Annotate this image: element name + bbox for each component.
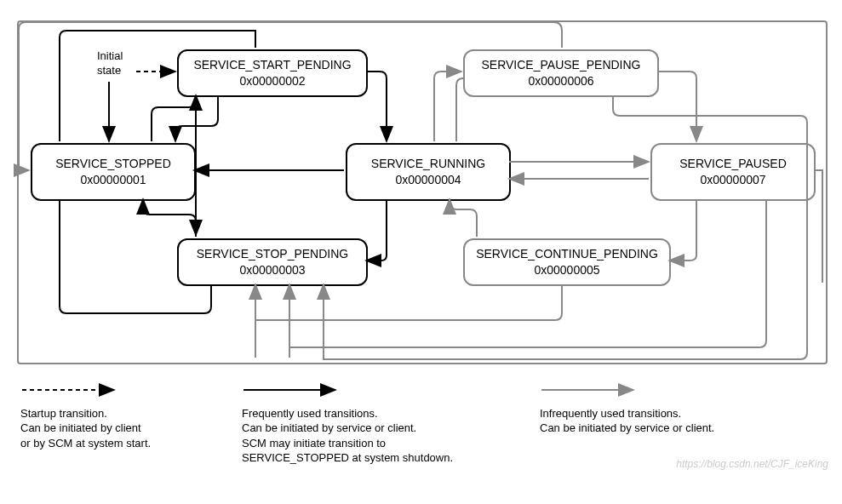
node-service-paused: SERVICE_PAUSED 0x00000007 [650,143,816,201]
legend-infrequent-line2: Can be initiated by service or client. [540,421,795,436]
node-stop-pending-title: SERVICE_STOP_PENDING [197,246,348,262]
node-running-code: 0x00000004 [395,172,461,188]
node-paused-title: SERVICE_PAUSED [679,156,787,172]
legend-frequent-line2: Can be initiated by service or client. [242,421,506,436]
node-service-stopped: SERVICE_STOPPED 0x00000001 [31,143,196,201]
node-stopped-code: 0x00000001 [80,172,146,188]
initial-state-line2: state [97,64,123,78]
node-running-title: SERVICE_RUNNING [371,156,485,172]
node-continue-pending-code: 0x00000005 [534,262,599,278]
node-pause-pending-code: 0x00000006 [528,73,593,89]
legend-infrequent-arrow-icon [540,383,642,397]
legend-frequent-line3: SCM may initiate transition to [242,436,506,451]
legend-startup-title: Startup transition. [20,406,216,421]
node-service-continue-pending: SERVICE_CONTINUE_PENDING 0x00000005 [463,238,671,286]
node-paused-code: 0x00000007 [700,172,765,188]
node-service-running: SERVICE_RUNNING 0x00000004 [346,143,511,201]
legend-infrequent-title: Infrequently used transitions. [540,406,795,421]
legend-startup-arrow-icon [20,383,123,397]
legend-startup-line3: or by SCM at system start. [20,436,216,451]
legend-startup: Startup transition. Can be initiated by … [20,383,216,450]
node-pause-pending-title: SERVICE_PAUSE_PENDING [482,57,641,73]
legend-frequent-arrow-icon [242,383,344,397]
legend-startup-line2: Can be initiated by client [20,421,216,436]
node-start-pending-title: SERVICE_START_PENDING [193,57,351,73]
legend: Startup transition. Can be initiated by … [20,383,821,494]
watermark: https://blog.csdn.net/CJF_iceKing [676,458,828,470]
node-start-pending-code: 0x00000002 [239,73,305,89]
node-service-start-pending: SERVICE_START_PENDING 0x00000002 [177,49,368,97]
legend-infrequent: Infrequently used transitions. Can be in… [540,383,795,436]
legend-frequent-title: Frequently used transitions. [242,406,506,421]
node-stop-pending-code: 0x00000003 [239,262,305,278]
legend-frequent-line4: SERVICE_STOPPED at system shutdown. [242,450,506,466]
legend-frequent: Frequently used transitions. Can be init… [242,383,506,466]
node-stopped-title: SERVICE_STOPPED [55,156,171,172]
initial-state-line1: Initial [97,49,123,64]
initial-state-label: Initial state [97,49,123,78]
node-continue-pending-title: SERVICE_CONTINUE_PENDING [476,246,658,262]
node-service-pause-pending: SERVICE_PAUSE_PENDING 0x00000006 [463,49,659,97]
node-service-stop-pending: SERVICE_STOP_PENDING 0x00000003 [177,238,368,286]
